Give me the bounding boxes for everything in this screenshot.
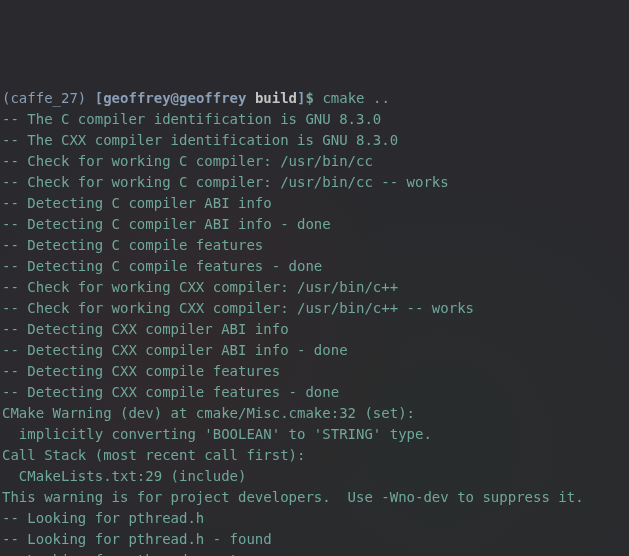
output-line: -- The C compiler identification is GNU … [2, 109, 627, 130]
output-line: -- Detecting C compiler ABI info - done [2, 214, 627, 235]
output-line: Call Stack (most recent call first): [2, 445, 627, 466]
current-dir: build [255, 90, 297, 106]
prompt-line[interactable]: (caffe_27) [geoffrey@geoffrey build]$ cm… [2, 88, 627, 109]
output-line: -- Looking for pthread_create [2, 550, 627, 556]
output-line: implicitly converting 'BOOLEAN' to 'STRI… [2, 424, 627, 445]
conda-env: (caffe_27) [2, 90, 86, 106]
command-text: cmake .. [322, 90, 389, 106]
output-line: -- Detecting CXX compiler ABI info [2, 319, 627, 340]
output-line: -- Detecting C compile features - done [2, 256, 627, 277]
terminal[interactable]: (caffe_27) [geoffrey@geoffrey build]$ cm… [2, 88, 627, 556]
output-line: -- Detecting CXX compile features [2, 361, 627, 382]
output-line: -- Looking for pthread.h [2, 508, 627, 529]
user-host: geoffrey@geoffrey [103, 90, 246, 106]
output-line: -- Detecting C compiler ABI info [2, 193, 627, 214]
dollar-sign: $ [306, 90, 314, 106]
output-line: -- Check for working C compiler: /usr/bi… [2, 151, 627, 172]
output-line: -- Check for working CXX compiler: /usr/… [2, 298, 627, 319]
output-line: -- Detecting CXX compiler ABI info - don… [2, 340, 627, 361]
bracket-close: ] [297, 90, 305, 106]
output-line: This warning is for project developers. … [2, 487, 627, 508]
output-line: -- Detecting C compile features [2, 235, 627, 256]
output-line: CMake Warning (dev) at cmake/Misc.cmake:… [2, 403, 627, 424]
output-line: -- The CXX compiler identification is GN… [2, 130, 627, 151]
output-line: -- Looking for pthread.h - found [2, 529, 627, 550]
output-line: -- Check for working C compiler: /usr/bi… [2, 172, 627, 193]
output-line: CMakeLists.txt:29 (include) [2, 466, 627, 487]
bracket-open: [ [95, 90, 103, 106]
output-line: -- Check for working CXX compiler: /usr/… [2, 277, 627, 298]
output-line: -- Detecting CXX compile features - done [2, 382, 627, 403]
